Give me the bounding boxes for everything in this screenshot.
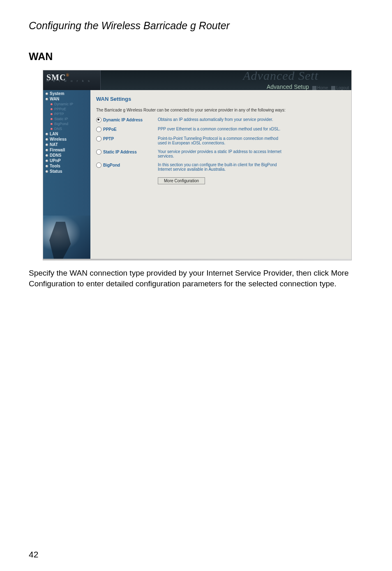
more-configuration-button[interactable]: More Configuration	[158, 177, 205, 184]
radio-pppoe[interactable]	[96, 127, 101, 132]
sidebar-item-firewall[interactable]: Firewall	[43, 147, 90, 153]
option-row-static-ip: Static IP Address Your service provider …	[96, 149, 346, 158]
sidebar-item-nat[interactable]: NAT	[43, 142, 90, 147]
bullet-icon	[46, 138, 48, 141]
bullet-icon	[46, 149, 48, 151]
option-desc: Point-to-Point Tunneling Protocol is a c…	[158, 136, 285, 145]
sidebar-item-label: UPnP	[50, 158, 61, 163]
bullet-icon	[51, 123, 53, 125]
section-title: WAN	[29, 51, 363, 63]
radio-pptp[interactable]	[96, 136, 101, 142]
bullet-icon	[46, 144, 48, 146]
sidebar-item-status[interactable]: Status	[43, 169, 90, 174]
bullet-icon	[46, 154, 48, 157]
bullet-icon	[46, 98, 48, 100]
sidebar-item-label: NAT	[50, 142, 58, 147]
page-number: 42	[29, 550, 38, 559]
router-admin-screenshot: SMC® N e t w o r k s Advanced Sett Advan…	[43, 70, 352, 260]
content-panel: WAN Settings The Barricade g Wireless Ro…	[90, 90, 351, 259]
sidebar-item-label: Dynamic IP	[54, 102, 73, 106]
option-desc: PPP over Ethernet is a common connection…	[158, 127, 285, 131]
bullet-icon	[46, 170, 48, 173]
option-row-bigpond: BigPond In this section you can configur…	[96, 162, 346, 172]
content-title: WAN Settings	[96, 96, 346, 102]
option-label: Dynamic IP Address	[103, 118, 143, 122]
sidebar-item-label: WAN	[50, 97, 59, 101]
option-row-pptp: PPTP Point-to-Point Tunneling Protocol i…	[96, 136, 346, 145]
bullet-icon	[51, 118, 53, 120]
sidebar-item-upnp[interactable]: UPnP	[43, 158, 90, 163]
option-desc: Obtains an IP address automatically from…	[158, 117, 285, 122]
sidebar-item-pptp[interactable]: PPTP	[43, 111, 90, 116]
radio-dynamic-ip[interactable]	[96, 117, 101, 123]
bullet-icon	[46, 93, 48, 95]
logout-link[interactable]: Logout	[331, 86, 349, 90]
bullet-icon	[51, 128, 53, 130]
home-link[interactable]: Home	[312, 86, 328, 90]
sidebar-item-label: Wireless	[50, 137, 67, 142]
brand-logo: SMC® N e t w o r k s	[43, 70, 101, 90]
sidebar-item-dns[interactable]: DNS	[43, 126, 90, 131]
sidebar-item-label: Tools	[50, 164, 60, 168]
bullet-icon	[46, 165, 48, 167]
home-icon	[312, 86, 316, 90]
sidebar-item-lan[interactable]: LAN	[43, 131, 90, 137]
sidebar-item-ddns[interactable]: DDNS	[43, 153, 90, 158]
logout-link-label: Logout	[336, 86, 349, 90]
sidebar-item-label: Status	[50, 169, 62, 174]
sidebar-item-label: PPPoE	[54, 107, 66, 111]
option-row-pppoe: PPPoE PPP over Ethernet is a common conn…	[96, 127, 346, 132]
page-description: Specify the WAN connection type provided…	[29, 268, 363, 289]
sidebar-item-wan[interactable]: WAN	[43, 96, 90, 102]
option-desc: In this section you can configure the bu…	[158, 162, 285, 172]
radio-bigpond[interactable]	[96, 162, 101, 168]
advanced-setup-label: Advanced Setup	[267, 84, 309, 90]
radio-static-ip[interactable]	[96, 149, 101, 155]
sidebar-item-label: DDNS	[50, 153, 61, 158]
option-row-dynamic-ip: Dynamic IP Address Obtains an IP address…	[96, 117, 346, 123]
bullet-icon	[51, 113, 53, 115]
sidebar-item-tools[interactable]: Tools	[43, 163, 90, 169]
home-link-label: Home	[317, 86, 328, 90]
sidebar-nav: System WAN Dynamic IP PPPoE PPTP Static …	[43, 90, 90, 259]
sidebar-item-static-ip[interactable]: Static IP	[43, 116, 90, 121]
sidebar-item-label: BigPond	[54, 122, 68, 126]
option-label: PPPoE	[103, 127, 117, 132]
sidebar-item-system[interactable]: System	[43, 91, 90, 96]
logout-icon	[331, 86, 335, 90]
screenshot-footer-divider	[43, 259, 351, 260]
bullet-icon	[46, 160, 48, 162]
logo-sup: ®	[66, 73, 69, 77]
sidebar-item-label: PPTP	[54, 112, 64, 116]
bullet-icon	[46, 133, 48, 135]
logo-main: SMC	[46, 73, 66, 82]
bullet-icon	[51, 103, 53, 105]
sidebar-item-label: Static IP	[54, 117, 68, 121]
sidebar-decorative-image	[43, 216, 90, 259]
option-label: PPTP	[103, 137, 114, 141]
option-label: BigPond	[103, 163, 120, 167]
option-label: Static IP Address	[103, 150, 137, 154]
content-intro: The Barricade g Wireless Router can be c…	[96, 108, 346, 112]
bullet-icon	[51, 108, 53, 110]
sidebar-item-bigpond[interactable]: BigPond	[43, 121, 90, 126]
sidebar-item-wireless[interactable]: Wireless	[43, 137, 90, 142]
sidebar-item-label: System	[50, 91, 65, 96]
sidebar-item-label: DNS	[54, 127, 62, 131]
sidebar-item-pppoe[interactable]: PPPoE	[43, 107, 90, 111]
screenshot-header: SMC® N e t w o r k s Advanced Sett Advan…	[43, 70, 351, 90]
sidebar-item-dynamic-ip[interactable]: Dynamic IP	[43, 102, 90, 107]
sidebar-item-label: LAN	[50, 132, 58, 136]
chapter-title: Configuring the Wireless Barricade g Rou…	[29, 20, 363, 32]
option-desc: Your service provider provides a static …	[158, 149, 285, 158]
sidebar-item-label: Firewall	[50, 148, 65, 152]
